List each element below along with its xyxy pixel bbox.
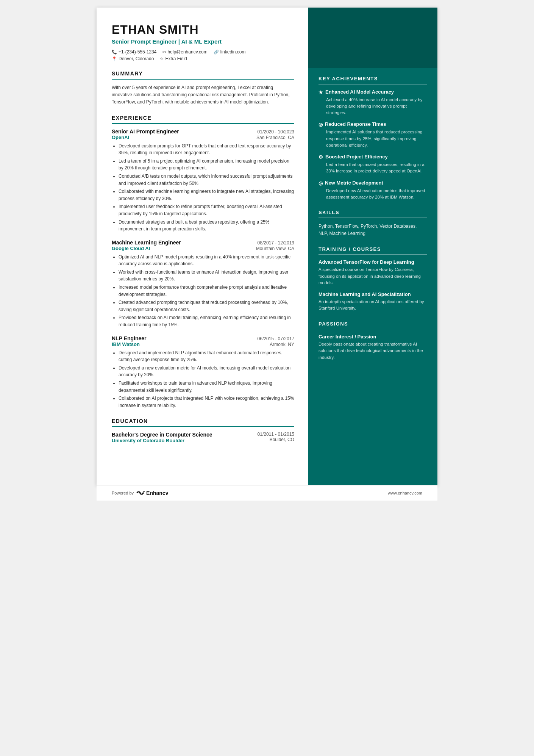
bullet-item: Developed custom prompts for GPT models … xyxy=(119,142,294,157)
bullet-item: Designed and implemented NLP algorithms … xyxy=(119,349,294,363)
passions-title: PASSIONS xyxy=(319,321,427,327)
job-location-0: San Francisco, CA xyxy=(256,135,294,140)
location-contact: 📍 Denver, Colorado xyxy=(112,56,154,61)
achievement-title-1: Reduced Response Times xyxy=(325,121,386,127)
achievement-1: ◎ Reduced Response Times Implemented AI … xyxy=(319,121,427,149)
skills-section: SKILLS Python, TensorFlow, PyTorch, Vect… xyxy=(319,210,427,237)
bullet-item: Optimized AI and NLP model prompts resul… xyxy=(119,254,294,268)
training-section: TRAINING / COURSES Advanced TensorFlow f… xyxy=(319,246,427,312)
achievement-icon-1: ◎ xyxy=(319,122,323,127)
achievement-desc-3: Developed new AI evaluation metrics that… xyxy=(319,188,427,201)
skills-title: SKILLS xyxy=(319,210,427,215)
bullet-item: Led a team of 5 in a project optimizing … xyxy=(119,158,294,172)
achievement-icon-3: ◎ xyxy=(319,180,323,186)
summary-text: With over 5 years of experience in AI an… xyxy=(112,84,294,106)
extra-contact: ☆ Extra Field xyxy=(160,56,187,61)
achievement-2: ⚙ Boosted Project Efficiency Led a team … xyxy=(319,154,427,175)
summary-section: SUMMARY With over 5 years of experience … xyxy=(112,70,294,106)
achievement-desc-0: Achieved a 40% increase in AI model accu… xyxy=(319,97,427,116)
achievement-icon-0: ★ xyxy=(319,89,323,95)
achievement-title-0: Enhanced AI Model Accuracy xyxy=(325,89,394,95)
job-bullets-2: Designed and implemented NLP algorithms … xyxy=(112,349,294,409)
achievement-title-3: New Metric Development xyxy=(325,180,383,186)
experience-divider xyxy=(112,123,294,124)
training-divider xyxy=(319,254,427,255)
training-title: TRAINING / COURSES xyxy=(319,246,427,252)
achievement-3: ◎ New Metric Development Developed new A… xyxy=(319,180,427,201)
footer-logo: Powered by Enhancv xyxy=(112,490,168,496)
contact-row-2: 📍 Denver, Colorado ☆ Extra Field xyxy=(112,56,294,61)
job-google: Machine Learning Engineer 08/2017 - 12/2… xyxy=(112,239,294,329)
phone-contact: 📞 +1-(234)-555-1234 xyxy=(112,49,156,55)
passions-divider xyxy=(319,329,427,330)
passions-section: PASSIONS Career Interest / Passion Deepl… xyxy=(319,321,427,361)
job-location-2: Armonk, NY xyxy=(270,342,294,347)
achievement-desc-1: Implemented AI solutions that reduced pr… xyxy=(319,129,427,149)
email-contact: ✉ help@enhancv.com xyxy=(162,49,207,55)
right-column: KEY ACHIEVEMENTS ★ Enhanced AI Model Acc… xyxy=(308,8,437,485)
achievements-section: KEY ACHIEVEMENTS ★ Enhanced AI Model Acc… xyxy=(319,76,427,200)
bullet-item: Documented strategies and built a best p… xyxy=(119,219,294,233)
passion-title-0: Career Interest / Passion xyxy=(319,334,427,340)
enhancv-logo-icon xyxy=(136,490,145,496)
bullet-item: Developed a new evaluation metric for AI… xyxy=(119,365,294,379)
left-column: ETHAN SMITH Senior Prompt Engineer | AI … xyxy=(97,8,308,485)
bullet-item: Created advanced prompting techniques th… xyxy=(119,299,294,313)
job-company-1: Google Cloud AI xyxy=(112,246,150,251)
candidate-name: ETHAN SMITH xyxy=(112,23,294,37)
linkedin-contact: 🔗 linkedin.com xyxy=(214,49,246,55)
job-bullets-1: Optimized AI and NLP model prompts resul… xyxy=(112,254,294,329)
location-icon: 📍 xyxy=(112,56,117,61)
training-1: Machine Learning and AI Specialization A… xyxy=(319,291,427,312)
job-title-1: Machine Learning Engineer xyxy=(112,239,181,246)
job-ibm: NLP Engineer 06/2015 - 07/2017 IBM Watso… xyxy=(112,335,294,409)
candidate-title: Senior Prompt Engineer | AI & ML Expert xyxy=(112,38,294,45)
training-desc-0: A specialized course on TensorFlow by Co… xyxy=(319,266,427,286)
job-dates-2: 06/2015 - 07/2017 xyxy=(258,336,294,341)
skills-divider xyxy=(319,218,427,218)
education-divider xyxy=(112,426,294,427)
job-title-2: NLP Engineer xyxy=(112,335,147,341)
job-bullets-0: Developed custom prompts for GPT models … xyxy=(112,142,294,233)
passion-desc-0: Deeply passionate about creating transfo… xyxy=(319,341,427,361)
experience-section: EXPERIENCE Senior AI Prompt Engineer 01/… xyxy=(112,115,294,409)
summary-divider xyxy=(112,79,294,80)
job-company-0: OpenAI xyxy=(112,135,129,140)
linkedin-icon: 🔗 xyxy=(214,50,219,55)
training-title-0: Advanced TensorFlow for Deep Learning xyxy=(319,259,427,265)
training-0: Advanced TensorFlow for Deep Learning A … xyxy=(319,259,427,286)
achievements-title: KEY ACHIEVEMENTS xyxy=(319,76,427,81)
education-section: EDUCATION Bachelor's Degree in Computer … xyxy=(112,418,294,443)
bullet-item: Implemented user feedback to refine prom… xyxy=(119,203,294,217)
star-icon: ☆ xyxy=(160,56,164,61)
job-dates-1: 08/2017 - 12/2019 xyxy=(258,240,294,246)
bullet-item: Facilitated workshops to train teams in … xyxy=(119,380,294,394)
powered-by-text: Powered by xyxy=(112,491,134,495)
achievement-title-2: Boosted Project Efficiency xyxy=(325,154,388,160)
passion-0: Career Interest / Passion Deeply passion… xyxy=(319,334,427,361)
edu-location: Boulder, CO xyxy=(258,437,294,442)
job-openai: Senior AI Prompt Engineer 01/2020 - 10/2… xyxy=(112,128,294,233)
bullet-item: Provided feedback on AI model training, … xyxy=(119,314,294,328)
enhancv-logo-text: Enhancv xyxy=(146,490,168,496)
bullet-item: Worked with cross-functional teams to en… xyxy=(119,269,294,283)
contact-row-1: 📞 +1-(234)-555-1234 ✉ help@enhancv.com 🔗… xyxy=(112,49,294,55)
training-desc-1: An in-depth specialization on AI applica… xyxy=(319,299,427,312)
bullet-item: Conducted A/B tests on model outputs, wh… xyxy=(119,173,294,187)
phone-icon: 📞 xyxy=(112,50,117,55)
experience-title: EXPERIENCE xyxy=(112,115,294,121)
edu-item-0: Bachelor's Degree in Computer Science Un… xyxy=(112,432,294,443)
edu-degree: Bachelor's Degree in Computer Science xyxy=(112,432,212,438)
skills-text: Python, TensorFlow, PyTorch, Vector Data… xyxy=(319,223,427,237)
job-title-0: Senior AI Prompt Engineer xyxy=(112,128,179,135)
footer: Powered by Enhancv www.enhancv.com xyxy=(97,485,437,501)
achievements-divider xyxy=(319,84,427,85)
email-icon: ✉ xyxy=(162,50,166,55)
edu-dates: 01/2011 - 01/2015 xyxy=(258,432,294,437)
job-dates-0: 01/2020 - 10/2023 xyxy=(258,129,294,135)
achievement-icon-2: ⚙ xyxy=(319,154,323,160)
bullet-item: Collaborated with machine learning engin… xyxy=(119,188,294,202)
summary-title: SUMMARY xyxy=(112,70,294,77)
job-company-2: IBM Watson xyxy=(112,341,140,347)
bullet-item: Increased model performance through comp… xyxy=(119,284,294,298)
